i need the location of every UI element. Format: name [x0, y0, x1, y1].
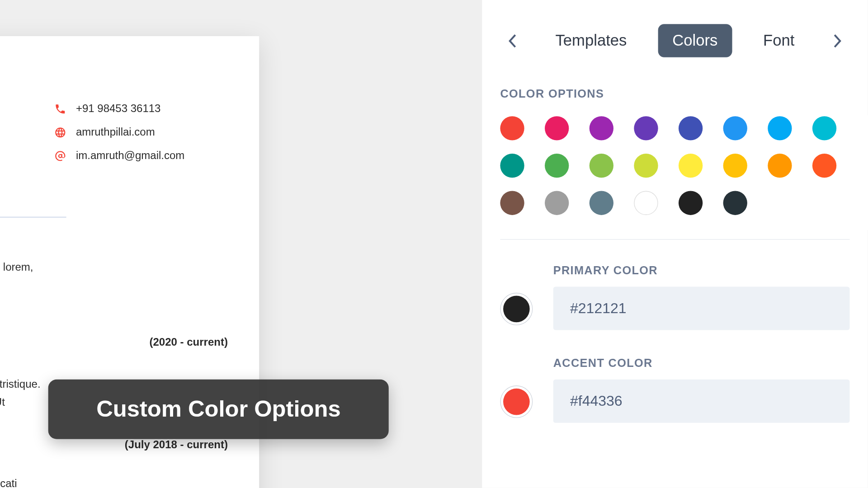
panel-divider — [500, 239, 849, 239]
color-swatch[interactable] — [768, 154, 792, 178]
settings-panel: Templates Colors Font COLOR OPTIONS PRIM… — [482, 0, 868, 488]
color-swatch[interactable] — [768, 116, 792, 140]
accent-color-input[interactable] — [553, 380, 850, 423]
color-options-heading: COLOR OPTIONS — [500, 87, 849, 100]
color-swatch[interactable] — [500, 154, 524, 178]
primary-color-swatch[interactable] — [500, 293, 533, 325]
contact-list: +91 98453 36113 amruthpillai.com im.amru… — [54, 103, 184, 173]
tab-templates[interactable]: Templates — [541, 24, 641, 57]
contact-email: im.amruth@gmail.com — [54, 150, 184, 162]
accent-color-row: ACCENT COLOR — [500, 357, 849, 423]
contact-phone: +91 98453 36113 — [54, 103, 184, 115]
primary-color-label: PRIMARY COLOR — [553, 264, 850, 277]
color-swatch[interactable] — [723, 191, 747, 215]
at-icon — [54, 150, 66, 162]
color-swatch[interactable] — [500, 116, 524, 140]
color-swatch[interactable] — [634, 191, 658, 215]
tab-next-arrow[interactable] — [826, 28, 849, 52]
color-swatch[interactable] — [590, 191, 613, 215]
color-swatch[interactable] — [679, 154, 703, 178]
contact-website-text: amruthpillai.com — [76, 126, 155, 139]
color-swatch[interactable] — [500, 191, 524, 215]
accent-color-swatch[interactable] — [500, 385, 533, 418]
tab-colors[interactable]: Colors — [658, 24, 732, 57]
globe-icon — [54, 126, 66, 138]
tabs-row: Templates Colors Font — [500, 24, 849, 57]
tab-prev-arrow[interactable] — [500, 28, 524, 52]
color-swatch[interactable] — [812, 154, 836, 178]
contact-website: amruthpillai.com — [54, 126, 184, 139]
color-swatch[interactable] — [545, 154, 569, 178]
accent-color-label: ACCENT COLOR — [553, 357, 850, 370]
tooltip-caption: Custom Color Options — [48, 380, 389, 439]
color-swatch[interactable] — [679, 116, 703, 140]
tab-font[interactable]: Font — [749, 24, 809, 57]
contact-phone-text: +91 98453 36113 — [76, 103, 160, 115]
color-swatch[interactable] — [545, 116, 569, 140]
color-swatch[interactable] — [812, 116, 836, 140]
primary-color-row: PRIMARY COLOR — [500, 264, 849, 330]
color-swatch[interactable] — [590, 154, 613, 178]
color-swatch[interactable] — [679, 191, 703, 215]
phone-icon — [54, 103, 66, 115]
color-swatch[interactable] — [723, 116, 747, 140]
resume-body-text: verra risus malesuada volutpat. Ut — [0, 394, 5, 411]
color-swatch[interactable] — [545, 191, 569, 215]
color-swatch[interactable] — [723, 154, 747, 178]
resume-period-text: (July 2018 - current) — [125, 436, 228, 453]
color-swatch[interactable] — [634, 154, 658, 178]
resume-divider — [0, 217, 66, 217]
contact-email-text: im.amruth@gmail.com — [76, 150, 184, 162]
color-swatch[interactable] — [590, 116, 613, 140]
primary-color-input[interactable] — [553, 287, 850, 330]
resume-body-text: acinia. Etiam pulvinar consequat tristiq… — [0, 376, 41, 393]
swatch-grid — [500, 116, 849, 215]
resume-body-text: perspiciatis quisquam quis obcaecati — [0, 476, 17, 488]
color-swatch[interactable] — [634, 116, 658, 140]
resume-body-text: iatis magni obcaecati libero ullam lorem… — [0, 259, 33, 275]
resume-period-text: (2020 - current) — [150, 334, 228, 351]
